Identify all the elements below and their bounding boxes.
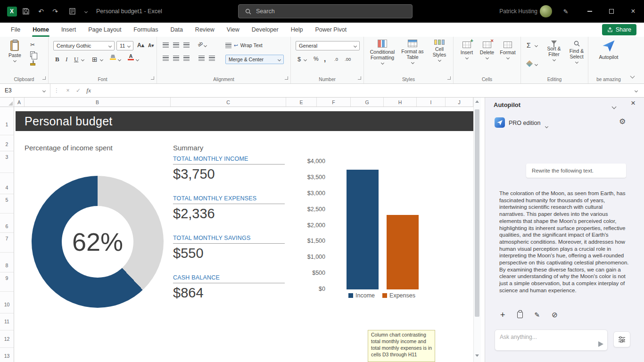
qat-chevron-down-icon[interactable]: [81, 0, 91, 23]
italic-button[interactable]: I: [66, 56, 67, 63]
clipboard-dialog-launcher-icon[interactable]: [42, 76, 46, 80]
pen-icon[interactable]: ✎: [559, 0, 572, 23]
format-painter-button[interactable]: [30, 60, 35, 66]
font-size-combo[interactable]: 11: [116, 41, 133, 50]
column-header-C[interactable]: C: [171, 98, 286, 107]
ask-input[interactable]: [495, 330, 592, 344]
excel-logo-icon[interactable]: X: [5, 0, 19, 23]
bar-income[interactable]: [347, 170, 379, 289]
column-header-G[interactable]: G: [351, 98, 384, 107]
tab-view[interactable]: View: [221, 23, 246, 37]
maximize-button[interactable]: [601, 0, 622, 23]
tab-file[interactable]: File: [5, 23, 26, 37]
search-box[interactable]: Search: [238, 4, 413, 18]
clear-button[interactable]: [527, 61, 532, 66]
underline-button[interactable]: U: [74, 56, 78, 63]
orientation-icon[interactable]: ab: [197, 41, 204, 48]
increase-indent-icon[interactable]: [209, 56, 215, 61]
clear-chevron-icon[interactable]: [535, 63, 537, 66]
document-icon[interactable]: [66, 0, 78, 23]
borders-chevron-icon[interactable]: [100, 58, 103, 61]
cell-styles-button[interactable]: Cell Styles: [428, 40, 451, 61]
column-header-J[interactable]: J: [446, 98, 473, 107]
pane-collapse-chevron-icon[interactable]: [612, 103, 616, 110]
wrap-text-button[interactable]: ↩Wrap Text: [225, 42, 263, 48]
enter-check-icon[interactable]: ✓: [73, 87, 83, 94]
cut-button[interactable]: ✂: [30, 41, 35, 48]
autosum-button[interactable]: Σ: [527, 41, 531, 49]
comma-style-icon[interactable]: ,: [324, 55, 326, 63]
expand-formula-bar-icon[interactable]: [628, 90, 644, 92]
column-header-F[interactable]: F: [317, 98, 351, 107]
donut-chart[interactable]: 62%: [32, 176, 164, 308]
avatar[interactable]: [540, 5, 552, 17]
copy-button[interactable]: [30, 51, 35, 57]
font-dialog-launcher-icon[interactable]: [151, 76, 154, 80]
number-format-combo[interactable]: General: [296, 41, 360, 50]
sort-filter-button[interactable]: Sort & Filter: [544, 41, 564, 61]
add-icon[interactable]: +: [500, 311, 505, 319]
collapse-ribbon-icon[interactable]: [631, 73, 634, 79]
tab-help[interactable]: Help: [285, 23, 309, 37]
column-header-H[interactable]: H: [384, 98, 417, 107]
pro-edition-chevron-icon[interactable]: [545, 123, 548, 129]
save-icon[interactable]: [20, 0, 32, 23]
decrease-font-icon[interactable]: A▾: [148, 43, 154, 48]
font-name-combo[interactable]: Century Gothic: [53, 41, 115, 50]
stop-icon[interactable]: ⊘: [552, 311, 558, 319]
accounting-format-icon[interactable]: $: [297, 56, 301, 63]
decrease-decimal-icon[interactable]: .00: [345, 57, 351, 62]
ask-input-box[interactable]: [495, 329, 608, 351]
insert-cells-button[interactable]: Insert: [457, 41, 476, 59]
column-header-B[interactable]: B: [25, 98, 171, 107]
find-select-button[interactable]: Find & Select: [566, 41, 587, 63]
minimize-button[interactable]: [579, 0, 601, 23]
copy-to-clipboard-icon[interactable]: [517, 312, 523, 318]
scroll-down-icon[interactable]: [475, 354, 479, 357]
align-middle-icon[interactable]: [173, 42, 179, 48]
autopilot-button[interactable]: Autopilot: [594, 39, 623, 60]
decrease-indent-icon[interactable]: [198, 56, 205, 61]
scroll-up-icon[interactable]: [475, 100, 479, 103]
align-top-icon[interactable]: [163, 42, 169, 48]
tab-insert[interactable]: Insert: [55, 23, 82, 37]
pane-settings-button[interactable]: [613, 331, 630, 347]
accounting-chevron-icon[interactable]: [304, 58, 306, 61]
styles-dialog-launcher-icon[interactable]: [447, 76, 451, 80]
row-header-2[interactable]: 2: [0, 141, 14, 148]
edit-icon[interactable]: ✎: [535, 311, 540, 319]
paste-button[interactable]: Paste: [8, 41, 21, 62]
select-all-corner[interactable]: [0, 98, 14, 107]
align-left-icon[interactable]: [163, 56, 169, 61]
bold-button[interactable]: B: [55, 56, 59, 63]
delete-cells-button[interactable]: Delete: [477, 41, 497, 59]
gear-icon[interactable]: ⚙: [619, 117, 626, 126]
share-button[interactable]: Share: [602, 24, 636, 35]
increase-font-icon[interactable]: A▴: [137, 42, 144, 49]
tab-review[interactable]: Review: [189, 23, 221, 37]
font-color-chevron-icon[interactable]: [136, 58, 139, 61]
autosum-chevron-icon[interactable]: [535, 44, 537, 47]
send-icon[interactable]: [598, 341, 603, 347]
borders-icon[interactable]: ⊞: [92, 56, 98, 63]
fill-color-chevron-icon[interactable]: [118, 58, 121, 61]
user-name[interactable]: Patrick Husting: [490, 0, 537, 23]
scrollbar-thumb[interactable]: [475, 109, 479, 317]
tab-formulas[interactable]: Formulas: [127, 23, 164, 37]
row-header-3[interactable]: 3: [0, 154, 14, 160]
chart-note[interactable]: Column chart contrasting total monthly i…: [368, 330, 435, 362]
redo-icon[interactable]: ↷: [49, 0, 61, 23]
row-header-5[interactable]: 5: [0, 197, 14, 203]
tab-home[interactable]: Home: [26, 23, 55, 37]
number-dialog-launcher-icon[interactable]: [358, 76, 361, 80]
alignment-dialog-launcher-icon[interactable]: [285, 76, 288, 80]
row-header-9[interactable]: 9: [0, 275, 14, 281]
row-header-12[interactable]: 12: [0, 336, 14, 342]
row-header-10[interactable]: 10: [0, 301, 14, 308]
align-bottom-icon[interactable]: [183, 42, 190, 48]
tab-developer[interactable]: Developer: [246, 23, 285, 37]
bar-expenses[interactable]: [387, 215, 419, 289]
insert-function-icon[interactable]: fx: [83, 87, 94, 94]
font-color-button[interactable]: A: [128, 54, 134, 60]
undo-icon[interactable]: ↶: [35, 0, 47, 23]
